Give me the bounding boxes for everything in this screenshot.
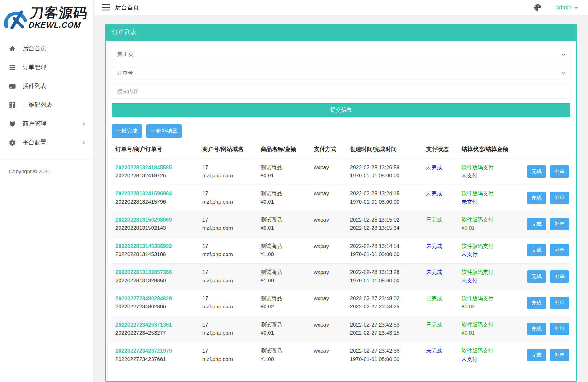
pay-status: 未完成 bbox=[426, 348, 442, 354]
panel-title: 订单列表 bbox=[106, 24, 576, 41]
username: admin bbox=[555, 4, 572, 11]
merchant-order-number: 20220228132415796 bbox=[115, 198, 197, 206]
sidebar: 刀客源码 DKEWL.COM 后台首页 订单管理 插件列表 二维码列表 bbox=[0, 0, 94, 382]
sidebar-item-merchants[interactable]: 商户管理 bbox=[0, 114, 93, 133]
header-settle: 结算状态/结算金额 bbox=[459, 140, 525, 159]
complete-button[interactable]: 完成 bbox=[527, 297, 546, 309]
content-area: 订单列表 第 1 页 订单号 提交信息 一键完成 bbox=[94, 15, 588, 382]
sidebar-item-label: 平台配置 bbox=[23, 139, 46, 147]
product-amount: ¥0.01 bbox=[260, 198, 309, 206]
palette-icon[interactable] bbox=[533, 3, 542, 12]
created-time: 2022-02-28 13:24:15 bbox=[350, 190, 421, 198]
pay-method: wxpay bbox=[311, 185, 347, 211]
supplement-button[interactable]: 补单 bbox=[550, 218, 569, 230]
copyright-text: Copyright © 2021. bbox=[0, 160, 93, 175]
site-domain: mzf.php.com bbox=[202, 303, 256, 311]
sidebar-item-plugins[interactable]: 插件列表 bbox=[0, 77, 93, 96]
order-table: 订单号/商户订单号 商户号/网站域名 商品名称/金额 支付方式 创建时间/完成时… bbox=[112, 140, 570, 369]
supplement-button[interactable]: 补单 bbox=[550, 323, 569, 335]
sidebar-nav: 后台首页 订单管理 插件列表 二维码列表 商户管理 平台配置 bbox=[0, 35, 93, 152]
main-area: 后台首页 admin 订单列表 第 1 页 订单号 bbox=[94, 0, 588, 382]
merchant-id: 17 bbox=[202, 321, 256, 329]
sidebar-item-platform-config[interactable]: 平台配置 bbox=[0, 133, 93, 152]
supplement-button[interactable]: 补单 bbox=[550, 244, 569, 256]
complete-button[interactable]: 完成 bbox=[527, 165, 546, 178]
complete-button[interactable]: 完成 bbox=[527, 192, 546, 204]
topbar: 后台首页 admin bbox=[94, 0, 588, 15]
table-row: 2022022723480284829 20220227234802806 17… bbox=[112, 290, 570, 316]
order-number-link[interactable]: 2022022813241845585 bbox=[115, 164, 197, 172]
header-order-no: 订单号/商户订单号 bbox=[112, 140, 200, 159]
supplement-button[interactable]: 补单 bbox=[550, 192, 569, 204]
pay-method: wxpay bbox=[311, 159, 347, 185]
site-domain: mzf.php.com bbox=[202, 329, 256, 337]
supplement-button[interactable]: 补单 bbox=[550, 297, 569, 309]
order-number-link[interactable]: 2022022813132857366 bbox=[115, 268, 197, 276]
submit-button[interactable]: 提交信息 bbox=[112, 103, 570, 117]
pay-method: wxpay bbox=[311, 264, 347, 290]
sidebar-item-home[interactable]: 后台首页 bbox=[0, 39, 93, 58]
settle-value: ¥0.01 bbox=[462, 329, 522, 337]
settle-type: 软件版码支付 bbox=[462, 321, 522, 329]
search-field-select[interactable]: 订单号 bbox=[112, 66, 570, 80]
table-row: 2022022813241845585 20220228132418726 17… bbox=[112, 159, 570, 185]
site-domain: mzf.php.com bbox=[202, 224, 256, 232]
merchant-id: 17 bbox=[202, 242, 256, 250]
complete-button[interactable]: 完成 bbox=[527, 270, 546, 283]
resettle-all-button[interactable]: 一键补结算 bbox=[146, 124, 182, 138]
merchant-id: 17 bbox=[202, 268, 256, 276]
user-menu[interactable]: admin bbox=[555, 4, 578, 11]
complete-button[interactable]: 完成 bbox=[527, 349, 546, 361]
finished-time: 2022-02-27 23:43:15 bbox=[350, 329, 421, 337]
merchant-id: 17 bbox=[202, 164, 256, 172]
supplement-button[interactable]: 补单 bbox=[550, 270, 569, 283]
settle-value: 未支付 bbox=[462, 172, 522, 180]
header-pay-method: 支付方式 bbox=[311, 140, 347, 159]
product-amount: ¥1.00 bbox=[260, 250, 309, 259]
product-name: 测试商品 bbox=[260, 268, 309, 276]
merchant-id: 17 bbox=[202, 347, 256, 355]
product-amount: ¥1.00 bbox=[260, 277, 309, 285]
created-time: 2022-02-27 23:48:02 bbox=[350, 295, 421, 303]
finished-time: 1970-01-01 08:00:00 bbox=[350, 172, 421, 180]
complete-button[interactable]: 完成 bbox=[527, 218, 546, 230]
product-amount: ¥1.00 bbox=[260, 355, 309, 364]
order-number-link[interactable]: 2022022813145386992 bbox=[115, 242, 197, 250]
complete-button[interactable]: 完成 bbox=[527, 244, 546, 256]
sidebar-item-orders[interactable]: 订单管理 bbox=[0, 58, 93, 77]
table-header-row: 订单号/商户订单号 商户号/网站域名 商品名称/金额 支付方式 创建时间/完成时… bbox=[112, 140, 570, 159]
plugin-box-icon bbox=[9, 83, 16, 90]
breadcrumb[interactable]: 后台首页 bbox=[115, 3, 139, 12]
merchant-id: 17 bbox=[202, 190, 256, 198]
product-name: 测试商品 bbox=[260, 321, 309, 329]
finished-time: 1970-01-01 08:00:00 bbox=[350, 250, 421, 259]
hamburger-menu-icon[interactable] bbox=[102, 4, 110, 11]
product-amount: ¥0.01 bbox=[260, 329, 309, 337]
order-number-link[interactable]: 2022022723423721979 bbox=[115, 347, 197, 355]
search-input[interactable] bbox=[112, 85, 570, 98]
settle-value: ¥0.02 bbox=[462, 303, 522, 311]
order-number-link[interactable]: 2022022723480284829 bbox=[115, 295, 197, 303]
magnet-icon bbox=[9, 120, 16, 128]
page-select[interactable]: 第 1 页 bbox=[112, 48, 570, 61]
supplement-button[interactable]: 补单 bbox=[550, 349, 569, 361]
complete-button[interactable]: 完成 bbox=[527, 323, 546, 335]
created-time: 2022-02-27 23:42:38 bbox=[350, 347, 421, 355]
header-time: 创建时间/完成时间 bbox=[347, 140, 424, 159]
pay-status: 未完成 bbox=[426, 191, 442, 196]
brand-logo: 刀客源码 DKEWL.COM bbox=[0, 0, 93, 35]
complete-all-button[interactable]: 一键完成 bbox=[112, 124, 142, 138]
sidebar-item-label: 订单管理 bbox=[23, 63, 46, 71]
chevron-right-icon bbox=[82, 122, 86, 126]
merchant-order-number: 20220227234237661 bbox=[115, 355, 197, 364]
chevron-down-icon bbox=[561, 71, 566, 76]
order-number-link[interactable]: 2022022723425371361 bbox=[115, 321, 197, 329]
finished-time: 1970-01-01 08:00:00 bbox=[350, 277, 421, 285]
supplement-button[interactable]: 补单 bbox=[550, 165, 569, 178]
sidebar-item-qrcodes[interactable]: 二维码列表 bbox=[0, 96, 93, 114]
order-number-link[interactable]: 2022022813150298069 bbox=[115, 216, 197, 224]
order-number-link[interactable]: 2022022813241596984 bbox=[115, 190, 197, 198]
sidebar-item-label: 后台首页 bbox=[23, 44, 46, 53]
settle-value: 未支付 bbox=[462, 198, 522, 206]
header-merchant: 商户号/网站域名 bbox=[200, 140, 258, 159]
